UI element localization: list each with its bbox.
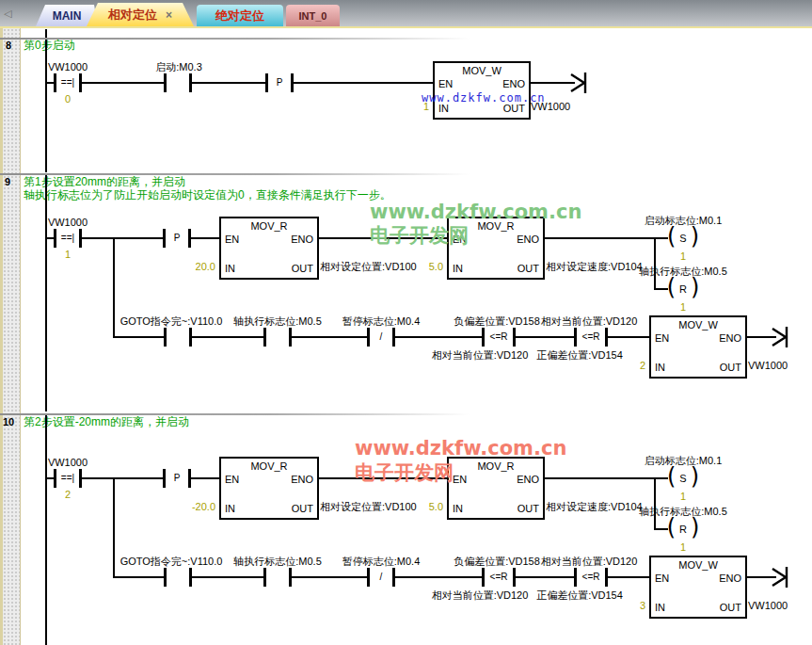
operand-value[interactable]: 0: [65, 93, 71, 105]
box-in-value[interactable]: 5.0: [429, 261, 443, 273]
contact-no[interactable]: [164, 328, 192, 347]
box-pin-en: EN: [225, 474, 239, 486]
box-pin-out: OUT: [517, 263, 539, 275]
contact-bar: [164, 328, 167, 347]
wire: [743, 336, 770, 338]
operand-value[interactable]: 1: [680, 491, 686, 503]
operand-value[interactable]: 1: [680, 301, 686, 314]
coil-set[interactable]: (S): [664, 468, 702, 489]
contact-symbol: <=R: [577, 331, 605, 343]
coil-paren: ): [691, 278, 699, 297]
mov-box[interactable]: MOV_R EN ENO IN OUT: [447, 457, 545, 520]
operand-value[interactable]: 1: [680, 541, 686, 554]
box-out-operand[interactable]: 相对设定位置:VD100: [320, 261, 417, 273]
network-comment: 轴执行标志位为了防止开始启动时设定值为0，直接条件满足执行下一步。: [24, 188, 391, 202]
contact-symbol: <=R: [485, 572, 513, 583]
operand-value[interactable]: 2: [65, 489, 71, 501]
operand-label[interactable]: 正偏差位置:VD154: [536, 589, 623, 602]
operand-label[interactable]: 负偏差位置:VD158: [454, 315, 540, 328]
contact-no[interactable]: [164, 73, 192, 92]
contact-bar: [79, 469, 82, 488]
contact-bar: [263, 328, 266, 347]
coil-paren: (: [667, 518, 676, 537]
operand-label[interactable]: 暂停标志位:M0.4: [342, 315, 421, 328]
operand-value[interactable]: 1: [680, 250, 686, 263]
tab-absolute-positioning[interactable]: 绝对定位: [197, 5, 283, 26]
mov-box[interactable]: MOV_R EN ENO IN OUT: [219, 457, 319, 520]
box-out-operand[interactable]: VW1000: [748, 360, 788, 372]
operand-label[interactable]: 相对当前位置:VD120: [432, 589, 529, 602]
box-out-operand[interactable]: 相对设定位置:VD100: [320, 501, 417, 513]
contact-bar: [79, 73, 82, 92]
contact-compare[interactable]: <=R: [574, 568, 608, 587]
operand-label[interactable]: 启动标志位:M0.1: [645, 215, 723, 227]
contact-positive-edge[interactable]: P: [163, 229, 191, 248]
box-in-value[interactable]: 3: [640, 600, 645, 612]
contact-symbol: ==|: [56, 473, 79, 484]
contact-compare[interactable]: ==|: [54, 229, 82, 248]
contact-compare[interactable]: <=R: [574, 328, 608, 347]
operand-label[interactable]: VW1000: [48, 61, 88, 73]
box-out-operand[interactable]: VW1000: [748, 600, 788, 612]
contact-compare[interactable]: <=R: [482, 568, 516, 587]
operand-label[interactable]: 正偏差位置:VD154: [536, 349, 623, 362]
coil-reset[interactable]: (R): [664, 279, 702, 299]
tab-scroll-left-icon[interactable]: ◁: [4, 8, 11, 19]
operand-value[interactable]: 1: [65, 249, 71, 261]
operand-label[interactable]: VW1000: [48, 217, 88, 229]
tab-int0[interactable]: INT_0: [286, 5, 340, 26]
box-in-value[interactable]: 2: [640, 360, 645, 372]
box-pin-out: OUT: [720, 602, 741, 614]
contact-bar: [189, 73, 192, 92]
operand-label[interactable]: GOTO指令完~:V110.0: [120, 315, 223, 328]
mov-box[interactable]: MOV_R EN ENO IN OUT: [219, 217, 319, 280]
contact-nc[interactable]: /: [367, 568, 395, 587]
box-pin-out: OUT: [517, 503, 539, 515]
contact-positive-edge[interactable]: P: [163, 469, 191, 488]
coil-reset[interactable]: (R): [664, 519, 702, 540]
box-out-operand[interactable]: 相对设定速度:VD104: [546, 501, 643, 513]
operand-label[interactable]: 轴执行标志位:M0.5: [233, 556, 322, 568]
mov-box[interactable]: MOV_W EN ENO IN OUT: [649, 556, 747, 619]
contact-nc[interactable]: /: [367, 328, 395, 347]
operand-label[interactable]: 暂停标志位:M0.4: [342, 556, 421, 568]
coil-paren: (: [667, 467, 676, 486]
operand-label[interactable]: 轴执行标志位:M0.5: [639, 506, 727, 518]
contact-no[interactable]: [263, 328, 292, 347]
operand-label[interactable]: 轴执行标志位:M0.5: [233, 315, 322, 328]
coil-paren: (: [667, 278, 676, 297]
contact-bar: [513, 568, 516, 587]
contact-compare[interactable]: ==|: [54, 73, 82, 92]
box-out-operand[interactable]: 相对设定速度:VD104: [546, 261, 643, 273]
box-in-value[interactable]: 5.0: [429, 501, 443, 513]
contact-symbol: <=R: [485, 331, 513, 343]
contact-positive-edge[interactable]: P: [265, 73, 294, 92]
operand-label[interactable]: 轴执行标志位:M0.5: [639, 266, 727, 278]
box-pin-eno: ENO: [517, 234, 539, 246]
operand-label[interactable]: 负偏差位置:VD158: [454, 556, 540, 568]
operand-label[interactable]: VW1000: [48, 457, 88, 469]
tab-relative-positioning[interactable]: 相对定位 ×: [87, 3, 194, 26]
box-pin-eno: ENO: [517, 474, 539, 486]
operand-label[interactable]: 相对当前位置:VD120: [541, 556, 638, 568]
box-in-value[interactable]: -20.0: [192, 501, 215, 513]
box-in-value[interactable]: 20.0: [196, 261, 215, 273]
operand-label[interactable]: 相对当前位置:VD120: [432, 349, 529, 362]
mov-box[interactable]: MOV_W EN ENO IN OUT: [433, 61, 531, 120]
contact-compare[interactable]: <=R: [482, 328, 516, 347]
contact-compare[interactable]: ==|: [54, 469, 82, 488]
close-icon[interactable]: ×: [166, 8, 172, 22]
box-title: MOV_R: [449, 460, 543, 473]
operand-label[interactable]: GOTO指令完~:V110.0: [120, 556, 223, 568]
contact-no[interactable]: [164, 568, 192, 587]
contact-no[interactable]: [263, 568, 292, 587]
contact-symbol: <=R: [577, 572, 605, 583]
coil-set[interactable]: (S): [664, 228, 702, 249]
wire: [654, 237, 656, 290]
operand-label[interactable]: 启动:M0.3: [155, 61, 202, 73]
contact-bar: [189, 328, 192, 347]
operand-label[interactable]: 相对当前位置:VD120: [541, 315, 638, 328]
network-comment: 第1步设置20mm的距离，并启动: [24, 175, 185, 188]
operand-label[interactable]: 启动标志位:M0.1: [645, 455, 723, 467]
mov-box[interactable]: MOV_W EN ENO IN OUT: [649, 315, 747, 379]
